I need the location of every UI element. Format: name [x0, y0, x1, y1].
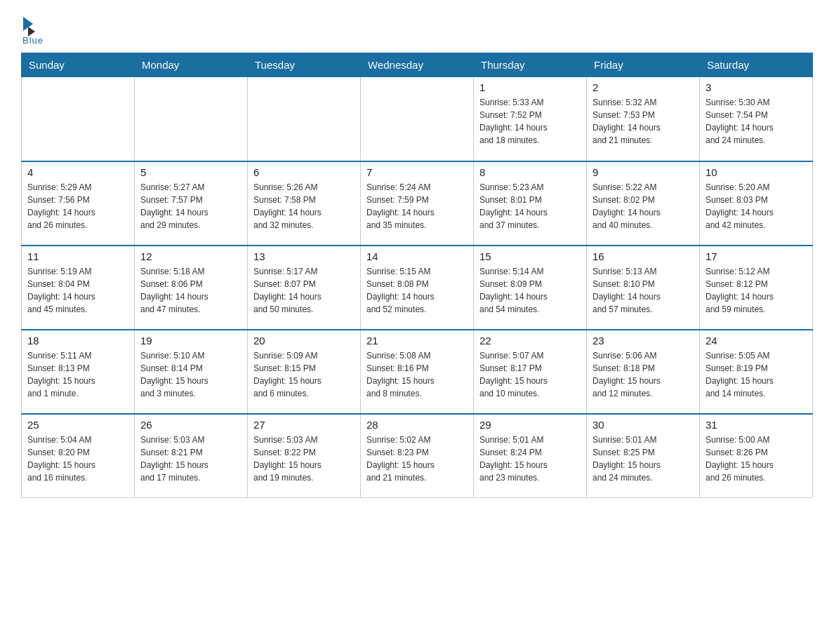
- day-number: 10: [706, 166, 807, 178]
- day-number: 12: [140, 250, 241, 262]
- day-info: Sunrise: 5:05 AM Sunset: 8:19 PM Dayligh…: [706, 349, 807, 400]
- calendar-day-cell: [248, 77, 361, 161]
- day-number: 21: [366, 335, 468, 347]
- calendar-day-cell: 4Sunrise: 5:29 AM Sunset: 7:56 PM Daylig…: [22, 161, 135, 246]
- day-of-week-header: Sunday: [22, 53, 135, 77]
- calendar-day-cell: 29Sunrise: 5:01 AM Sunset: 8:24 PM Dayli…: [474, 414, 587, 498]
- day-number: 1: [479, 81, 581, 93]
- calendar-week-row: 11Sunrise: 5:19 AM Sunset: 8:04 PM Dayli…: [22, 246, 813, 330]
- calendar-day-cell: 7Sunrise: 5:24 AM Sunset: 7:59 PM Daylig…: [361, 161, 474, 246]
- day-number: 14: [366, 250, 468, 262]
- calendar-day-cell: 9Sunrise: 5:22 AM Sunset: 8:02 PM Daylig…: [587, 161, 700, 246]
- day-info: Sunrise: 5:30 AM Sunset: 7:54 PM Dayligh…: [706, 96, 807, 147]
- day-info: Sunrise: 5:04 AM Sunset: 8:20 PM Dayligh…: [27, 434, 128, 484]
- day-of-week-header: Monday: [135, 53, 248, 77]
- calendar-day-cell: 27Sunrise: 5:03 AM Sunset: 8:22 PM Dayli…: [248, 414, 361, 498]
- day-info: Sunrise: 5:09 AM Sunset: 8:15 PM Dayligh…: [253, 349, 355, 400]
- day-info: Sunrise: 5:15 AM Sunset: 8:08 PM Dayligh…: [366, 265, 468, 316]
- calendar-day-cell: [135, 77, 248, 161]
- day-info: Sunrise: 5:32 AM Sunset: 7:53 PM Dayligh…: [593, 96, 694, 147]
- calendar-week-row: 25Sunrise: 5:04 AM Sunset: 8:20 PM Dayli…: [22, 414, 813, 498]
- calendar-day-cell: 5Sunrise: 5:27 AM Sunset: 7:57 PM Daylig…: [135, 161, 248, 246]
- day-info: Sunrise: 5:03 AM Sunset: 8:22 PM Dayligh…: [253, 434, 355, 484]
- day-number: 28: [366, 419, 468, 431]
- day-number: 18: [27, 335, 128, 347]
- day-of-week-header: Wednesday: [361, 53, 474, 77]
- day-info: Sunrise: 5:11 AM Sunset: 8:13 PM Dayligh…: [27, 349, 128, 400]
- calendar-day-cell: 1Sunrise: 5:33 AM Sunset: 7:52 PM Daylig…: [474, 77, 587, 161]
- day-info: Sunrise: 5:26 AM Sunset: 7:58 PM Dayligh…: [253, 181, 355, 232]
- calendar-day-cell: 17Sunrise: 5:12 AM Sunset: 8:12 PM Dayli…: [700, 246, 813, 330]
- day-info: Sunrise: 5:03 AM Sunset: 8:21 PM Dayligh…: [140, 434, 241, 484]
- day-number: 27: [253, 419, 355, 431]
- day-info: Sunrise: 5:33 AM Sunset: 7:52 PM Dayligh…: [479, 96, 581, 147]
- calendar-day-cell: 22Sunrise: 5:07 AM Sunset: 8:17 PM Dayli…: [474, 330, 587, 414]
- day-info: Sunrise: 5:29 AM Sunset: 7:56 PM Dayligh…: [27, 181, 128, 232]
- logo: Blue: [21, 14, 44, 46]
- logo-bottom-text: Blue: [22, 35, 44, 46]
- day-of-week-header: Saturday: [700, 53, 813, 77]
- calendar-week-row: 4Sunrise: 5:29 AM Sunset: 7:56 PM Daylig…: [22, 161, 813, 246]
- day-number: 15: [479, 250, 581, 262]
- day-info: Sunrise: 5:00 AM Sunset: 8:26 PM Dayligh…: [706, 434, 807, 484]
- calendar-day-cell: [361, 77, 474, 161]
- day-info: Sunrise: 5:07 AM Sunset: 8:17 PM Dayligh…: [479, 349, 581, 400]
- calendar-day-cell: 13Sunrise: 5:17 AM Sunset: 8:07 PM Dayli…: [248, 246, 361, 330]
- day-number: 20: [253, 335, 355, 347]
- calendar-day-cell: 19Sunrise: 5:10 AM Sunset: 8:14 PM Dayli…: [135, 330, 248, 414]
- day-number: 9: [593, 166, 694, 178]
- day-number: 30: [593, 419, 694, 431]
- day-info: Sunrise: 5:20 AM Sunset: 8:03 PM Dayligh…: [706, 181, 807, 232]
- day-info: Sunrise: 5:27 AM Sunset: 7:57 PM Dayligh…: [140, 181, 241, 232]
- day-info: Sunrise: 5:17 AM Sunset: 8:07 PM Dayligh…: [253, 265, 355, 316]
- calendar-day-cell: 25Sunrise: 5:04 AM Sunset: 8:20 PM Dayli…: [22, 414, 135, 498]
- day-info: Sunrise: 5:08 AM Sunset: 8:16 PM Dayligh…: [366, 349, 468, 400]
- day-info: Sunrise: 5:10 AM Sunset: 8:14 PM Dayligh…: [140, 349, 241, 400]
- calendar-day-cell: 28Sunrise: 5:02 AM Sunset: 8:23 PM Dayli…: [361, 414, 474, 498]
- day-number: 24: [706, 335, 807, 347]
- day-number: 17: [706, 250, 807, 262]
- day-number: 5: [140, 166, 241, 178]
- day-number: 25: [27, 419, 128, 431]
- calendar-day-cell: 14Sunrise: 5:15 AM Sunset: 8:08 PM Dayli…: [361, 246, 474, 330]
- day-info: Sunrise: 5:23 AM Sunset: 8:01 PM Dayligh…: [479, 181, 581, 232]
- day-number: 8: [479, 166, 581, 178]
- calendar-day-cell: 30Sunrise: 5:01 AM Sunset: 8:25 PM Dayli…: [587, 414, 700, 498]
- day-info: Sunrise: 5:01 AM Sunset: 8:25 PM Dayligh…: [593, 434, 694, 484]
- day-number: 16: [593, 250, 694, 262]
- calendar-table: SundayMondayTuesdayWednesdayThursdayFrid…: [21, 53, 813, 498]
- day-number: 23: [593, 335, 694, 347]
- calendar-day-cell: 21Sunrise: 5:08 AM Sunset: 8:16 PM Dayli…: [361, 330, 474, 414]
- day-number: 3: [706, 81, 807, 93]
- calendar-day-cell: 2Sunrise: 5:32 AM Sunset: 7:53 PM Daylig…: [587, 77, 700, 161]
- day-number: 22: [479, 335, 581, 347]
- day-number: 31: [706, 419, 807, 431]
- calendar-day-cell: 16Sunrise: 5:13 AM Sunset: 8:10 PM Dayli…: [587, 246, 700, 330]
- calendar-day-cell: 6Sunrise: 5:26 AM Sunset: 7:58 PM Daylig…: [248, 161, 361, 246]
- day-number: 7: [366, 166, 468, 178]
- calendar-day-cell: 23Sunrise: 5:06 AM Sunset: 8:18 PM Dayli…: [587, 330, 700, 414]
- day-number: 11: [27, 250, 128, 262]
- day-number: 4: [27, 166, 128, 178]
- calendar-day-cell: 31Sunrise: 5:00 AM Sunset: 8:26 PM Dayli…: [700, 414, 813, 498]
- day-info: Sunrise: 5:02 AM Sunset: 8:23 PM Dayligh…: [366, 434, 468, 484]
- calendar-header-row: SundayMondayTuesdayWednesdayThursdayFrid…: [22, 53, 813, 77]
- calendar-day-cell: 26Sunrise: 5:03 AM Sunset: 8:21 PM Dayli…: [135, 414, 248, 498]
- calendar-day-cell: 8Sunrise: 5:23 AM Sunset: 8:01 PM Daylig…: [474, 161, 587, 246]
- day-info: Sunrise: 5:06 AM Sunset: 8:18 PM Dayligh…: [593, 349, 694, 400]
- calendar-day-cell: 11Sunrise: 5:19 AM Sunset: 8:04 PM Dayli…: [22, 246, 135, 330]
- day-number: 6: [253, 166, 355, 178]
- calendar-week-row: 18Sunrise: 5:11 AM Sunset: 8:13 PM Dayli…: [22, 330, 813, 414]
- day-info: Sunrise: 5:12 AM Sunset: 8:12 PM Dayligh…: [706, 265, 807, 316]
- calendar-day-cell: 12Sunrise: 5:18 AM Sunset: 8:06 PM Dayli…: [135, 246, 248, 330]
- day-info: Sunrise: 5:14 AM Sunset: 8:09 PM Dayligh…: [479, 265, 581, 316]
- day-info: Sunrise: 5:01 AM Sunset: 8:24 PM Dayligh…: [479, 434, 581, 484]
- day-number: 26: [140, 419, 241, 431]
- calendar-day-cell: [22, 77, 135, 161]
- calendar-day-cell: 18Sunrise: 5:11 AM Sunset: 8:13 PM Dayli…: [22, 330, 135, 414]
- day-of-week-header: Thursday: [474, 53, 587, 77]
- day-number: 13: [253, 250, 355, 262]
- page-header: Blue: [21, 14, 813, 46]
- calendar-day-cell: 24Sunrise: 5:05 AM Sunset: 8:19 PM Dayli…: [700, 330, 813, 414]
- day-info: Sunrise: 5:24 AM Sunset: 7:59 PM Dayligh…: [366, 181, 468, 232]
